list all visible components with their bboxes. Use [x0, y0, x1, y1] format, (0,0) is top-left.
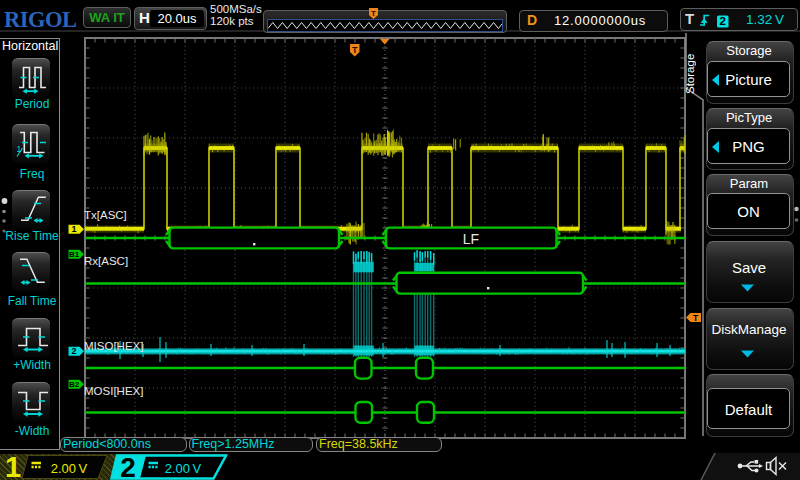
svg-text:2.00 V: 2.00 V	[51, 461, 88, 476]
svg-text:2: 2	[120, 454, 136, 480]
svg-text:B2: B2	[69, 380, 80, 389]
svg-text:2.00 V: 2.00 V	[165, 461, 202, 476]
svg-text:B1: B1	[69, 250, 80, 259]
svg-text:MOSI[HEX]: MOSI[HEX]	[84, 385, 143, 397]
svg-text:2: 2	[71, 346, 76, 356]
svg-text:LF: LF	[463, 231, 479, 247]
svg-text:1: 1	[71, 224, 76, 234]
svg-text:Tx[ASC]: Tx[ASC]	[84, 209, 127, 221]
svg-text:MISO[HEX]: MISO[HEX]	[84, 340, 143, 352]
svg-text:T: T	[352, 45, 358, 55]
svg-text:1: 1	[17, 144, 22, 154]
svg-text:Rx[ASC]: Rx[ASC]	[84, 255, 128, 267]
